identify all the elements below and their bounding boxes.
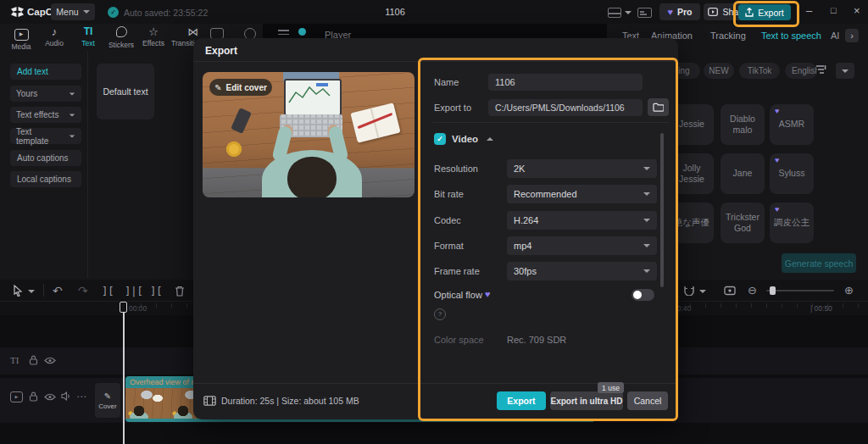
cup	[226, 142, 242, 157]
tab-effects[interactable]: ☆ Effects	[139, 26, 168, 47]
add-text-button[interactable]: Add text	[10, 64, 81, 80]
tab-rp-text-to-speech[interactable]: Text to speech	[761, 31, 821, 41]
voice-card[interactable]: ♥ Syluss	[770, 153, 814, 194]
export-icon	[745, 8, 754, 17]
chevron-down-icon	[70, 92, 75, 95]
cover-button[interactable]: ✎ Cover	[95, 383, 120, 418]
mute-speaker-icon[interactable]	[61, 391, 71, 401]
text-template-label: Text template	[16, 127, 64, 146]
voice-card[interactable]: Jane	[721, 153, 765, 194]
tab-audio[interactable]: ♪ Audio	[41, 26, 68, 47]
pencil-icon: ✎	[214, 83, 221, 92]
collapse-icon[interactable]	[487, 137, 493, 141]
eye-icon[interactable]	[44, 357, 56, 364]
cancel-label: Cancel	[634, 396, 662, 406]
zoom-in-icon[interactable]: ⊕	[844, 285, 854, 297]
eye-icon[interactable]	[44, 393, 56, 401]
restore-icon[interactable]: □	[831, 5, 837, 15]
sidebar-item-local-captions[interactable]: Local captions	[10, 171, 81, 187]
split-left-icon[interactable]: ]|[	[125, 286, 143, 297]
keyframe-icon[interactable]	[724, 286, 736, 296]
resolution-select[interactable]: 2K	[507, 159, 657, 178]
yours-label: Yours	[16, 89, 37, 98]
split-right-icon[interactable]: ][	[150, 286, 162, 297]
generate-speech-button[interactable]: Generate speech	[782, 253, 856, 273]
voice-card[interactable]: ♥ 調皮公主	[770, 203, 814, 243]
tab-text[interactable]: TI Text	[75, 26, 102, 47]
layout-toggle-icon[interactable]	[608, 8, 621, 18]
sidebar-item-text-effects[interactable]: Text effects	[10, 107, 81, 123]
playhead-line[interactable]	[123, 302, 125, 444]
help-icon[interactable]: ?	[434, 308, 446, 320]
snap-chevron-icon[interactable]	[699, 290, 706, 293]
export-path-input[interactable]	[488, 99, 643, 116]
chip-tiktok[interactable]: TikTok	[739, 63, 780, 79]
export-button-top[interactable]: Export	[738, 4, 791, 20]
snap-icon[interactable]	[683, 286, 695, 296]
voice-name: Diablo malo	[722, 114, 763, 136]
select-cursor-icon[interactable]	[13, 285, 23, 297]
voice-card[interactable]: Trickster God	[721, 203, 765, 243]
optical-flow-toggle[interactable]	[632, 289, 654, 301]
name-input[interactable]	[488, 74, 643, 91]
menu-button-label: Menu	[56, 7, 78, 17]
menu-button[interactable]: Menu	[51, 3, 95, 20]
text-icon: TI	[75, 26, 102, 37]
chip-english[interactable]: English	[785, 63, 817, 79]
adjust-tab-icon[interactable]	[278, 29, 289, 37]
tab-stickers[interactable]: Stickers	[107, 26, 136, 49]
browse-folder-button[interactable]	[648, 98, 669, 116]
cursor-mode-chevron-icon[interactable]	[28, 290, 35, 293]
text-track-icon: TI	[10, 355, 19, 365]
transitions-icon: ⋈	[171, 26, 205, 37]
minimize-icon[interactable]: –	[806, 4, 812, 17]
split-icon[interactable]: ][	[102, 286, 114, 297]
chip-new[interactable]: NEW	[704, 63, 734, 79]
resolution-value: 2K	[514, 164, 525, 174]
ruler-time-zero: 00:00	[129, 304, 147, 313]
default-text-card[interactable]: Default text	[97, 64, 154, 119]
chevron-down-icon	[643, 192, 650, 196]
check-icon: ✓	[437, 135, 443, 143]
voice-card[interactable]: Diablo malo	[721, 104, 765, 145]
tab-rp-ai[interactable]: AI	[831, 31, 839, 41]
export-ultra-hd-button[interactable]: Export in ultra HD	[550, 391, 623, 410]
cancel-button[interactable]: Cancel	[627, 391, 668, 410]
redo-icon[interactable]: ↷	[78, 285, 88, 297]
format-select[interactable]: mp4	[507, 236, 657, 255]
undo-icon[interactable]: ↶	[53, 285, 63, 297]
video-checkbox[interactable]: ✓	[434, 133, 446, 145]
chips-expand-button[interactable]	[836, 63, 854, 79]
filter-icon[interactable]	[815, 64, 828, 76]
playhead-handle[interactable]	[120, 302, 127, 313]
bitrate-select[interactable]: Recommended	[507, 185, 657, 203]
timeline-zoom-slider[interactable]	[766, 290, 834, 291]
framerate-select[interactable]: 30fps	[507, 262, 657, 280]
lock-icon[interactable]	[29, 391, 38, 402]
ultra-hd-usage-badge: 1 use	[598, 382, 624, 393]
delete-icon[interactable]	[175, 286, 185, 297]
edit-cover-button[interactable]: ✎ Edit cover	[209, 79, 272, 96]
chevron-down-icon	[643, 167, 650, 170]
track-more-icon[interactable]: ⋯	[76, 391, 86, 402]
layout-chevron-icon[interactable]	[625, 11, 632, 14]
dialog-scrollbar[interactable]	[660, 133, 664, 287]
optical-flow-label: Optical flow	[434, 290, 482, 300]
voice-card[interactable]: ♥ ASMR	[770, 104, 814, 145]
codec-select[interactable]: H.264	[507, 211, 657, 230]
tab-media[interactable]: ▶ Media	[8, 26, 35, 51]
captions-panel-icon[interactable]	[637, 8, 652, 18]
sidebar-item-text-template[interactable]: Text template	[10, 128, 81, 144]
chevron-right-icon: ›	[850, 31, 854, 41]
tabs-scroll-right-button[interactable]: ›	[845, 29, 859, 42]
export-confirm-button[interactable]: Export	[497, 391, 546, 410]
export-button-top-label: Export	[758, 8, 783, 18]
zoom-out-icon[interactable]: ⊖	[748, 285, 757, 297]
sidebar-item-yours[interactable]: Yours	[10, 86, 81, 102]
lock-icon[interactable]	[29, 355, 38, 365]
timeline-zoom-slider-knob[interactable]	[770, 286, 776, 295]
close-icon[interactable]: ×	[854, 4, 860, 17]
tab-rp-tracking[interactable]: Tracking	[710, 31, 746, 41]
pro-button[interactable]: ♥ Pro	[659, 3, 700, 20]
sidebar-item-auto-captions[interactable]: Auto captions	[10, 150, 81, 166]
